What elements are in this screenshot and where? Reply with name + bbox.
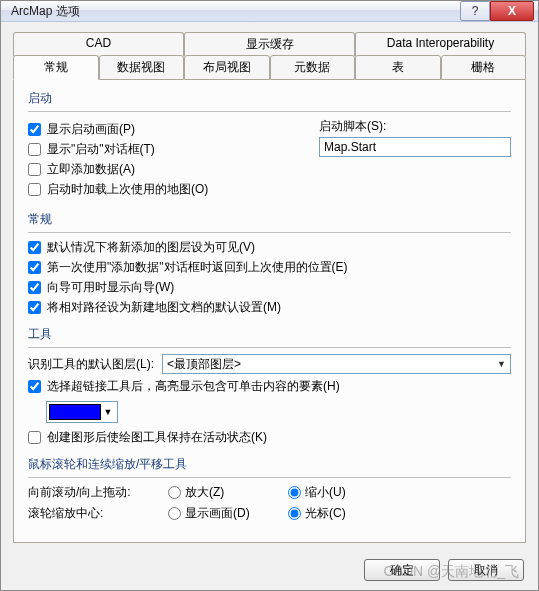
chk-new-layers-visible[interactable] xyxy=(28,241,41,254)
dialog-window: ArcMap 选项 ? X CAD 显示缓存 Data Interoperabi… xyxy=(0,0,539,591)
combo-identify-value: <最顶部图层> xyxy=(167,356,241,373)
tab-general[interactable]: 常规 xyxy=(13,55,99,80)
group-wheel: 鼠标滚轮和连续缩放/平移工具 向前滚动/向上拖动: 放大(Z) 缩小(U) 滚轮… xyxy=(28,456,511,522)
tab-raster[interactable]: 栅格 xyxy=(441,55,527,80)
radio-center-cursor[interactable] xyxy=(288,507,301,520)
tab-data-interop[interactable]: Data Interoperability xyxy=(355,32,526,56)
separator xyxy=(28,347,511,348)
titlebar-buttons: ? X xyxy=(460,1,534,21)
lbl-startup-script: 启动脚本(S): xyxy=(319,118,511,135)
group-title-tools: 工具 xyxy=(28,326,511,343)
lbl-wheel-center: 滚轮缩放中心: xyxy=(28,505,158,522)
tab-row-top: CAD 显示缓存 Data Interoperability xyxy=(13,32,526,56)
chk-add-data[interactable] xyxy=(28,163,41,176)
lbl-zoom-out[interactable]: 缩小(U) xyxy=(305,484,346,501)
lbl-center-display[interactable]: 显示画面(D) xyxy=(185,505,250,522)
separator xyxy=(28,232,511,233)
chk-load-last[interactable] xyxy=(28,183,41,196)
window-title: ArcMap 选项 xyxy=(11,3,460,20)
input-startup-script[interactable] xyxy=(319,137,511,157)
radio-zoom-in[interactable] xyxy=(168,486,181,499)
color-swatch xyxy=(49,404,101,420)
chevron-down-icon: ▼ xyxy=(497,359,506,369)
chk-show-wizards[interactable] xyxy=(28,281,41,294)
lbl-show-splash[interactable]: 显示启动画面(P) xyxy=(47,121,135,138)
radio-zoom-out[interactable] xyxy=(288,486,301,499)
tab-data-view[interactable]: 数据视图 xyxy=(99,55,185,80)
close-icon: X xyxy=(508,4,516,18)
separator xyxy=(28,477,511,478)
close-button[interactable]: X xyxy=(490,1,534,21)
lbl-show-dialog[interactable]: 显示"启动"对话框(T) xyxy=(47,141,155,158)
lbl-new-layers-visible[interactable]: 默认情况下将新添加的图层设为可见(V) xyxy=(47,239,255,256)
chk-hyperlink[interactable] xyxy=(28,380,41,393)
group-title-general: 常规 xyxy=(28,211,511,228)
group-general: 常规 默认情况下将新添加的图层设为可见(V) 第一次使用"添加数据"对话框时返回… xyxy=(28,211,511,316)
group-title-startup: 启动 xyxy=(28,90,511,107)
tab-tables[interactable]: 表 xyxy=(355,55,441,80)
chevron-down-icon: ▼ xyxy=(101,407,115,417)
lbl-return-last-location[interactable]: 第一次使用"添加数据"对话框时返回到上次使用的位置(E) xyxy=(47,259,348,276)
lbl-keep-tool-active[interactable]: 创建图形后使绘图工具保持在活动状态(K) xyxy=(47,429,267,446)
combo-identify-layer[interactable]: <最顶部图层> ▼ xyxy=(162,354,511,374)
group-title-wheel: 鼠标滚轮和连续缩放/平移工具 xyxy=(28,456,511,473)
ok-button[interactable]: 确定 xyxy=(364,559,440,581)
lbl-identify-layer: 识别工具的默认图层(L): xyxy=(28,356,154,373)
tab-display-cache[interactable]: 显示缓存 xyxy=(184,32,355,56)
chk-show-splash[interactable] xyxy=(28,123,41,136)
lbl-zoom-in[interactable]: 放大(Z) xyxy=(185,484,224,501)
lbl-load-last[interactable]: 启动时加载上次使用的地图(O) xyxy=(47,181,208,198)
tab-metadata[interactable]: 元数据 xyxy=(270,55,356,80)
lbl-center-cursor[interactable]: 光标(C) xyxy=(305,505,346,522)
tab-layout-view[interactable]: 布局视图 xyxy=(184,55,270,80)
lbl-relative-paths[interactable]: 将相对路径设为新建地图文档的默认设置(M) xyxy=(47,299,281,316)
radio-center-display[interactable] xyxy=(168,507,181,520)
chk-show-dialog[interactable] xyxy=(28,143,41,156)
cancel-button[interactable]: 取消 xyxy=(448,559,524,581)
tab-cad[interactable]: CAD xyxy=(13,32,184,56)
lbl-add-data[interactable]: 立即添加数据(A) xyxy=(47,161,135,178)
group-tools: 工具 识别工具的默认图层(L): <最顶部图层> ▼ 选择超链接工具后，高亮显示… xyxy=(28,326,511,446)
chk-relative-paths[interactable] xyxy=(28,301,41,314)
titlebar: ArcMap 选项 ? X xyxy=(1,1,538,22)
separator xyxy=(28,111,511,112)
tab-panel-general: 启动 显示启动画面(P) 显示"启动"对话框(T) 立即添加数据(A) 启动时加… xyxy=(13,80,526,543)
combo-color[interactable]: ▼ xyxy=(46,401,118,423)
lbl-show-wizards[interactable]: 向导可用时显示向导(W) xyxy=(47,279,174,296)
lbl-hyperlink[interactable]: 选择超链接工具后，高亮显示包含可单击内容的要素(H) xyxy=(47,378,340,395)
help-icon: ? xyxy=(472,4,479,18)
tab-strip: CAD 显示缓存 Data Interoperability 常规 数据视图 布… xyxy=(13,32,526,80)
button-bar: 确定 取消 xyxy=(1,551,538,591)
content-area: CAD 显示缓存 Data Interoperability 常规 数据视图 布… xyxy=(1,22,538,551)
help-button[interactable]: ? xyxy=(460,1,490,21)
group-startup: 启动 显示启动画面(P) 显示"启动"对话框(T) 立即添加数据(A) 启动时加… xyxy=(28,90,511,201)
chk-keep-tool-active[interactable] xyxy=(28,431,41,444)
tab-row-bottom: 常规 数据视图 布局视图 元数据 表 栅格 xyxy=(13,56,526,80)
chk-return-last-location[interactable] xyxy=(28,261,41,274)
lbl-scroll-forward: 向前滚动/向上拖动: xyxy=(28,484,158,501)
